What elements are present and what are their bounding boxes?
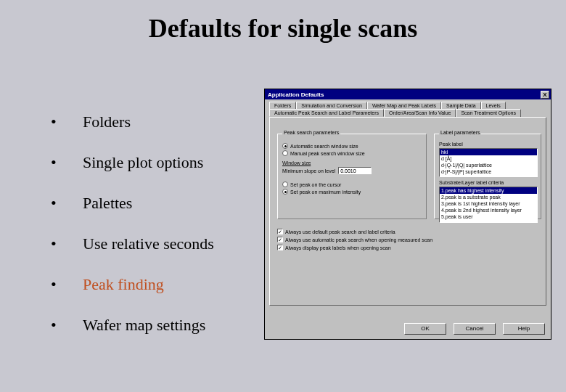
tab-folders[interactable]: Folders bbox=[269, 102, 296, 109]
close-button[interactable]: X bbox=[541, 91, 549, 99]
radio-manual-window[interactable]: Manual peak search window size bbox=[282, 150, 422, 156]
radio-label: Set peak on maximum intensity bbox=[290, 189, 361, 195]
peak-label-caption: Peak label bbox=[439, 142, 536, 147]
checkbox-icon bbox=[277, 229, 283, 234]
list-item[interactable]: 2.peak is a substrate peak bbox=[440, 194, 537, 200]
global-checks: Always use default peak search and label… bbox=[277, 226, 541, 253]
bullet-item: • Single plot options bbox=[51, 153, 214, 172]
radio-icon bbox=[282, 150, 288, 156]
radio-label: Set peak on the cursor bbox=[290, 182, 341, 187]
tab-strip: Folders Simulation and Conversion Wafer … bbox=[269, 102, 546, 117]
criteria-listbox[interactable]: 1.peak has highest intensity 2.peak is a… bbox=[439, 187, 538, 223]
bullet-label: Peak finding bbox=[83, 275, 164, 294]
check-label: Always use automatic peak search when op… bbox=[285, 237, 432, 242]
tab-auto-peak-search[interactable]: Automatic Peak Search and Label Paramete… bbox=[269, 109, 384, 117]
bullet-item: • Use relative seconds bbox=[51, 234, 214, 253]
list-item[interactable]: 5.peak is user bbox=[440, 213, 537, 220]
bullet-label: Palettes bbox=[83, 194, 132, 213]
app-defaults-dialog: Application Defaults X Folders Simulatio… bbox=[264, 89, 551, 340]
list-item[interactable]: d [Å] bbox=[440, 155, 537, 162]
peak-search-group: Peak search parameters Automatic search … bbox=[277, 134, 427, 219]
radio-icon bbox=[282, 181, 288, 187]
list-item[interactable]: d·|P-S|/|P| superlattice bbox=[440, 168, 537, 175]
check-label: Always display peak labels when opening … bbox=[285, 245, 391, 250]
bullet-dot-icon: • bbox=[51, 234, 83, 253]
bullet-label: Wafer map settings bbox=[83, 316, 205, 335]
bullet-list: • Folders • Single plot options • Palett… bbox=[51, 113, 214, 356]
list-item[interactable]: hkl bbox=[440, 149, 537, 155]
list-item[interactable]: d·|Q-1|/|Q| superlattice bbox=[440, 162, 537, 168]
tab-scan-treatment[interactable]: Scan Treatment Options bbox=[456, 109, 520, 117]
window-size-caption: Window size bbox=[282, 160, 422, 166]
cancel-button[interactable]: Cancel bbox=[454, 323, 496, 335]
bullet-item: • Peak finding bbox=[51, 275, 214, 294]
bullet-dot-icon: • bbox=[51, 113, 83, 131]
bullet-dot-icon: • bbox=[51, 316, 83, 335]
min-slope-input[interactable]: 0.0010 bbox=[338, 167, 372, 174]
check-display-labels[interactable]: Always display peak labels when opening … bbox=[277, 245, 541, 250]
bullet-dot-icon: • bbox=[51, 275, 83, 294]
tab-sample-data[interactable]: Sample Data bbox=[441, 102, 480, 109]
slide-title: Defaults for single scans bbox=[0, 0, 566, 44]
bullet-item: • Wafer map settings bbox=[51, 316, 214, 335]
radio-label: Automatic search window size bbox=[290, 144, 358, 149]
radio-auto-window[interactable]: Automatic search window size bbox=[282, 143, 422, 149]
peak-label-listbox[interactable]: hkl d [Å] d·|Q-1|/|Q| superlattice d·|P-… bbox=[439, 148, 538, 177]
list-item[interactable]: 3.peak is 1st highest intensity layer bbox=[440, 200, 537, 207]
group-legend: Peak search parameters bbox=[282, 130, 340, 135]
bullet-label: Single plot options bbox=[83, 153, 203, 172]
criteria-caption: Substrate/Layer label criteria bbox=[439, 180, 536, 185]
radio-set-on-max[interactable]: Set peak on maximum intensity bbox=[282, 189, 422, 195]
checkbox-icon bbox=[277, 245, 283, 250]
tab-panel: Peak search parameters Automatic search … bbox=[269, 117, 546, 306]
check-label: Always use default peak search and label… bbox=[285, 229, 395, 234]
check-auto-search-open[interactable]: Always use automatic peak search when op… bbox=[277, 237, 541, 242]
label-params-group: Label parameters Peak label hkl d [Å] d·… bbox=[434, 134, 541, 219]
bullet-label: Use relative seconds bbox=[83, 234, 214, 253]
radio-icon bbox=[282, 189, 288, 195]
radio-icon bbox=[282, 143, 288, 149]
bullet-dot-icon: • bbox=[51, 153, 83, 172]
radio-set-on-cursor[interactable]: Set peak on the cursor bbox=[282, 181, 422, 187]
tab-wafer-map[interactable]: Wafer Map and Peak Labels bbox=[367, 102, 441, 109]
list-item[interactable]: 1.peak has highest intensity bbox=[440, 187, 537, 194]
bullet-item: • Folders bbox=[51, 113, 214, 131]
ok-button[interactable]: OK bbox=[404, 323, 446, 335]
radio-label: Manual peak search window size bbox=[290, 151, 365, 156]
dialog-title: Application Defaults bbox=[268, 91, 324, 98]
help-button[interactable]: Help bbox=[503, 323, 545, 335]
tab-simulation[interactable]: Simulation and Conversion bbox=[296, 102, 367, 109]
tab-order-area[interactable]: Order/Area/Scan Info Value bbox=[384, 109, 456, 117]
checkbox-icon bbox=[277, 237, 283, 242]
group-legend: Label parameters bbox=[439, 130, 481, 135]
check-use-default[interactable]: Always use default peak search and label… bbox=[277, 229, 541, 234]
min-slope-label: Minimum slope on level bbox=[282, 168, 335, 173]
list-item[interactable]: 4.peak is 2nd highest intensity layer bbox=[440, 207, 537, 213]
dialog-titlebar: Application Defaults X bbox=[265, 89, 551, 99]
tab-levels[interactable]: Levels bbox=[481, 102, 506, 109]
bullet-item: • Palettes bbox=[51, 194, 214, 213]
bullet-label: Folders bbox=[83, 113, 131, 131]
dialog-buttons: OK Cancel Help bbox=[404, 323, 545, 335]
bullet-dot-icon: • bbox=[51, 194, 83, 213]
